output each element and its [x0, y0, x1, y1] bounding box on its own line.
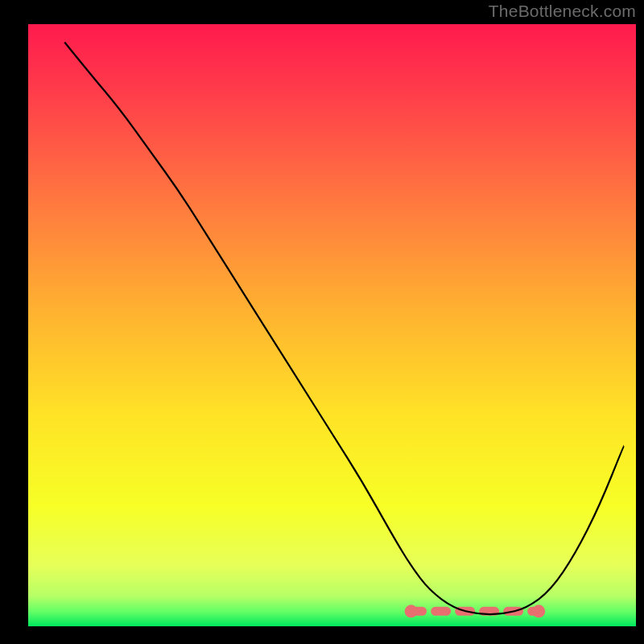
watermark-label: TheBottleneck.com — [489, 2, 636, 21]
svg-point-2 — [532, 605, 545, 617]
svg-point-1 — [405, 605, 418, 617]
chart-stage: TheBottleneck.com — [0, 0, 644, 644]
gradient-panel — [28, 24, 636, 626]
chart-svg — [0, 0, 644, 644]
